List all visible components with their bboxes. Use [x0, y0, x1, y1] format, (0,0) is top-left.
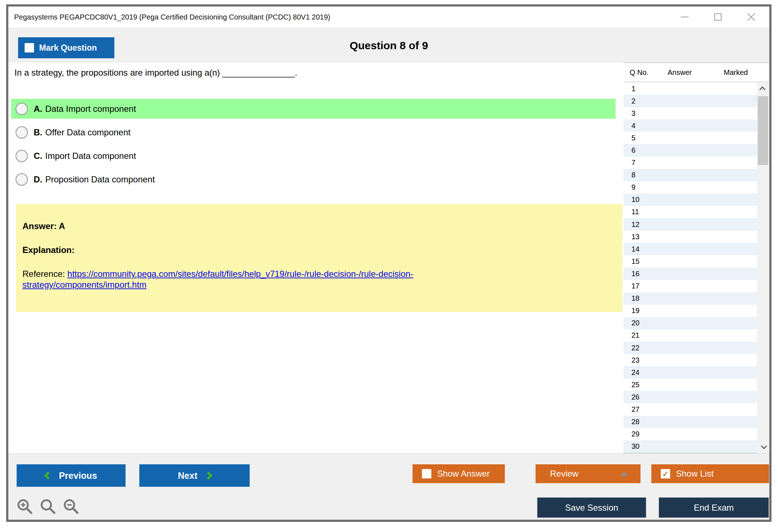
question-list-row[interactable]: 7	[623, 157, 757, 169]
question-number: 19	[631, 307, 639, 315]
answer-option[interactable]: B.Offer Data component	[11, 122, 616, 142]
question-list-row[interactable]: 30	[623, 440, 757, 453]
question-number: 4	[631, 122, 635, 130]
question-number: 16	[631, 270, 639, 278]
question-list-row[interactable]: 11	[623, 206, 757, 218]
question-number: 10	[631, 195, 639, 204]
question-number: 25	[631, 381, 639, 389]
previous-button[interactable]: Previous	[17, 464, 126, 487]
reference-link[interactable]: https://community.pega.com/sites/default…	[22, 269, 413, 290]
answer-explanation-panel: Answer: A Explanation: Reference: https:…	[16, 204, 622, 312]
question-list-sidebar: Q No. Answer Marked 12345678910111213141…	[623, 63, 769, 453]
question-list-row[interactable]: 5	[623, 132, 757, 144]
question-list-row[interactable]: 6	[623, 144, 757, 156]
answer-option[interactable]: C.Import Data component	[11, 146, 616, 166]
option-letter: C.	[34, 151, 42, 161]
answer-label: Answer: A	[22, 221, 616, 232]
zoom-in-button[interactable]	[16, 498, 34, 515]
question-number: 27	[631, 405, 639, 414]
next-button[interactable]: Next	[139, 464, 250, 487]
question-list-row[interactable]: 1	[623, 83, 757, 95]
question-list-row[interactable]: 21	[623, 329, 757, 342]
answer-option[interactable]: A.Data Import component	[11, 99, 616, 119]
question-list-row[interactable]: 27	[623, 403, 757, 415]
show-answer-checkbox-icon	[422, 469, 431, 478]
question-list-row[interactable]: 4	[623, 119, 757, 132]
reference-line: Reference: https://community.pega.com/si…	[22, 269, 616, 290]
question-number: 30	[631, 442, 639, 451]
question-number: 6	[631, 146, 635, 155]
question-list-row[interactable]: 24	[623, 366, 757, 379]
option-text: Import Data component	[45, 151, 136, 161]
radio-button-icon[interactable]	[16, 126, 28, 139]
explanation-label: Explanation:	[22, 245, 616, 256]
exam-simulator-page: Pegasystems PEGAPCDC80V1_2019 (Pega Cert…	[0, 0, 778, 532]
scrollbar-thumb[interactable]	[758, 96, 768, 165]
question-number: 20	[631, 319, 639, 327]
question-list-row[interactable]: 13	[623, 231, 757, 243]
zoom-toolbar	[16, 498, 80, 515]
zoom-out-icon	[63, 498, 80, 515]
question-list-scrollbar[interactable]	[757, 83, 769, 453]
maximize-button[interactable]	[713, 12, 723, 22]
question-number: 15	[631, 257, 639, 266]
zoom-reset-button[interactable]	[39, 498, 57, 515]
zoom-in-icon	[16, 498, 34, 515]
radio-button-icon[interactable]	[16, 173, 28, 186]
question-list-row[interactable]: 26	[623, 391, 757, 403]
question-number: 29	[631, 430, 639, 438]
minimize-button[interactable]	[680, 12, 690, 22]
question-list-row[interactable]: 16	[623, 267, 757, 280]
radio-button-icon[interactable]	[16, 150, 28, 162]
window-controls	[680, 7, 756, 28]
question-number: 24	[631, 368, 639, 377]
title-bar: Pegasystems PEGAPCDC80V1_2019 (Pega Cert…	[8, 7, 769, 28]
question-list-row[interactable]: 28	[623, 416, 757, 428]
question-text: In a strategy, the propositions are impo…	[14, 68, 297, 78]
chevron-left-icon	[44, 472, 52, 480]
show-answer-button[interactable]: Show Answer	[413, 464, 505, 483]
question-list-row[interactable]: 25	[623, 379, 757, 391]
question-list-row[interactable]: 10	[623, 194, 757, 206]
question-number: 9	[631, 183, 635, 191]
question-list-row[interactable]: 22	[623, 342, 757, 354]
question-list-row[interactable]: 15	[623, 255, 757, 267]
end-exam-button[interactable]: End Exam	[659, 497, 769, 518]
question-list-row[interactable]: 29	[623, 428, 757, 440]
question-list-row[interactable]: 9	[623, 181, 757, 194]
question-list-row[interactable]: 12	[623, 218, 757, 231]
show-list-button[interactable]: ✓ Show List	[651, 464, 769, 483]
question-number: 7	[631, 159, 635, 167]
option-text: Offer Data component	[45, 127, 131, 138]
question-list-row[interactable]: 14	[623, 243, 757, 255]
answer-option[interactable]: D.Proposition Data component	[11, 169, 616, 189]
question-number: 13	[631, 233, 639, 241]
radio-button-icon[interactable]	[16, 103, 28, 115]
chevron-up-icon	[759, 86, 765, 93]
save-session-button[interactable]: Save Session	[537, 497, 646, 518]
footer-toolbar: Previous Next Show Answer Review ✓ Show …	[8, 453, 769, 520]
question-number: 18	[631, 294, 639, 303]
zoom-out-button[interactable]	[63, 498, 80, 515]
scroll-down-button[interactable]	[757, 441, 769, 453]
question-number: 5	[631, 134, 635, 142]
question-list-row[interactable]: 17	[623, 280, 757, 292]
question-number: 14	[631, 245, 639, 253]
question-list-row[interactable]: 8	[623, 169, 757, 181]
question-list-row[interactable]: 23	[623, 354, 757, 366]
column-header-qno: Q No.	[630, 68, 668, 77]
show-list-checkbox-icon: ✓	[661, 469, 670, 478]
scroll-up-button[interactable]	[757, 83, 769, 95]
question-list-row[interactable]: 19	[623, 305, 757, 317]
close-button[interactable]	[746, 12, 756, 22]
question-list-row[interactable]: 3	[623, 107, 757, 119]
question-list-row[interactable]: 18	[623, 292, 757, 305]
question-content-area: In a strategy, the propositions are impo…	[8, 63, 769, 453]
review-button[interactable]: Review	[536, 464, 640, 483]
magnifier-icon	[39, 498, 57, 515]
question-number: 3	[631, 109, 635, 118]
column-header-marked: Marked	[724, 68, 769, 77]
question-list-row[interactable]: 2	[623, 95, 757, 107]
window-title: Pegasystems PEGAPCDC80V1_2019 (Pega Cert…	[14, 13, 330, 21]
question-list-row[interactable]: 20	[623, 317, 757, 329]
